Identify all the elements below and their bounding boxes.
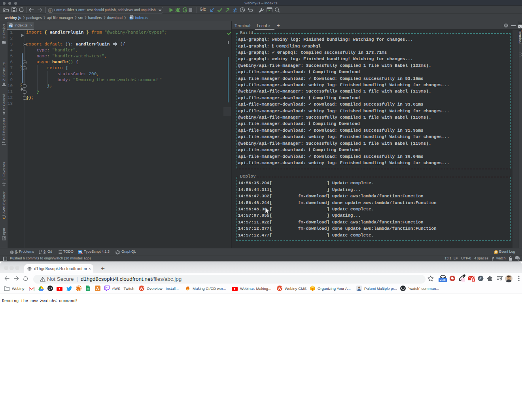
svg-text:TS: TS (130, 17, 132, 19)
svg-text:TS: TS (9, 25, 12, 27)
